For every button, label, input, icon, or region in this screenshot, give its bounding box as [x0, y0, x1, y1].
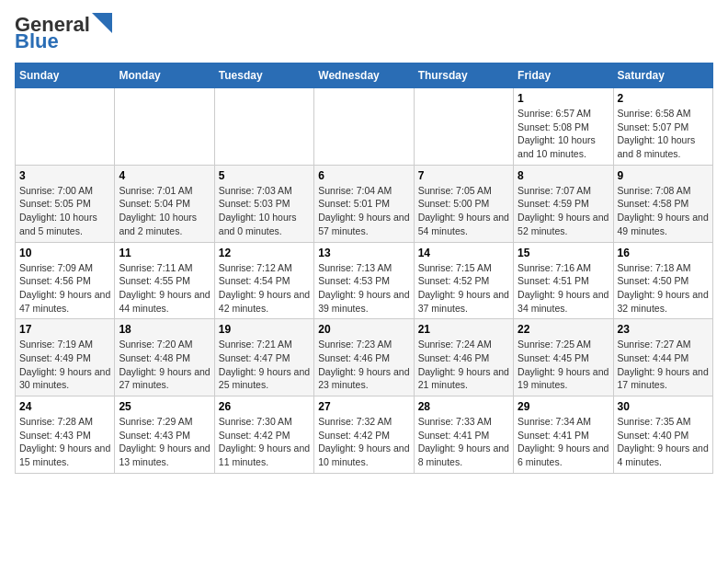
day-number: 29: [518, 400, 609, 413]
day-number: 5: [219, 169, 310, 182]
day-number: 4: [119, 169, 210, 182]
day-number: 11: [119, 247, 210, 259]
calendar-week-row: 1Sunrise: 6:57 AMSunset: 5:08 PMDaylight…: [16, 88, 713, 166]
logo: General Blue: [15, 15, 112, 52]
day-info: Sunrise: 7:35 AMSunset: 4:40 PMDaylight:…: [618, 415, 709, 469]
calendar-day-cell: 8Sunrise: 7:07 AMSunset: 4:59 PMDaylight…: [514, 165, 613, 242]
day-info: Sunrise: 7:23 AMSunset: 4:46 PMDaylight:…: [318, 338, 409, 392]
day-number: 14: [418, 247, 509, 259]
calendar-day-cell: [115, 88, 214, 166]
calendar-day-cell: [314, 88, 414, 166]
day-number: 12: [219, 247, 310, 259]
day-info: Sunrise: 7:28 AMSunset: 4:43 PMDaylight:…: [19, 415, 110, 469]
day-info: Sunrise: 7:07 AMSunset: 4:59 PMDaylight:…: [518, 184, 609, 238]
day-info: Sunrise: 7:09 AMSunset: 4:56 PMDaylight:…: [19, 261, 110, 316]
day-number: 16: [618, 247, 709, 259]
day-number: 26: [219, 400, 310, 413]
weekday-header: Tuesday: [214, 63, 313, 88]
calendar-day-cell: 6Sunrise: 7:04 AMSunset: 5:01 PMDaylight…: [314, 165, 414, 242]
calendar-week-row: 24Sunrise: 7:28 AMSunset: 4:43 PMDayligh…: [16, 396, 713, 474]
day-info: Sunrise: 7:12 AMSunset: 4:54 PMDaylight:…: [219, 261, 310, 316]
calendar-day-cell: 4Sunrise: 7:01 AMSunset: 5:04 PMDaylight…: [115, 165, 214, 242]
day-number: 25: [119, 400, 210, 413]
day-number: 7: [418, 169, 509, 182]
calendar-week-row: 3Sunrise: 7:00 AMSunset: 5:05 PMDaylight…: [16, 165, 713, 242]
day-info: Sunrise: 7:25 AMSunset: 4:45 PMDaylight:…: [518, 338, 609, 392]
day-number: 3: [19, 169, 110, 182]
calendar-day-cell: 30Sunrise: 7:35 AMSunset: 4:40 PMDayligh…: [613, 396, 712, 474]
weekday-header: Monday: [115, 63, 214, 88]
calendar-day-cell: 16Sunrise: 7:18 AMSunset: 4:50 PMDayligh…: [613, 242, 712, 319]
weekday-header: Saturday: [613, 63, 712, 88]
day-number: 18: [119, 323, 210, 336]
day-number: 21: [418, 323, 509, 336]
calendar-day-cell: 22Sunrise: 7:25 AMSunset: 4:45 PMDayligh…: [514, 319, 613, 396]
day-info: Sunrise: 7:08 AMSunset: 4:58 PMDaylight:…: [618, 184, 709, 238]
day-number: 24: [19, 400, 110, 413]
day-number: 19: [219, 323, 310, 336]
day-number: 2: [618, 92, 709, 105]
calendar-day-cell: 20Sunrise: 7:23 AMSunset: 4:46 PMDayligh…: [314, 319, 414, 396]
day-number: 6: [318, 169, 409, 182]
calendar-day-cell: [214, 88, 313, 166]
day-number: 20: [318, 323, 409, 336]
calendar-day-cell: [16, 88, 115, 166]
day-number: 30: [618, 400, 709, 413]
day-number: 17: [19, 323, 110, 336]
page-header: General Blue: [15, 15, 713, 52]
day-info: Sunrise: 7:21 AMSunset: 4:47 PMDaylight:…: [219, 338, 310, 392]
day-info: Sunrise: 7:34 AMSunset: 4:41 PMDaylight:…: [518, 415, 609, 469]
calendar-day-cell: 26Sunrise: 7:30 AMSunset: 4:42 PMDayligh…: [214, 396, 313, 474]
calendar-day-cell: 14Sunrise: 7:15 AMSunset: 4:52 PMDayligh…: [414, 242, 513, 319]
calendar-day-cell: [414, 88, 513, 166]
day-info: Sunrise: 7:27 AMSunset: 4:44 PMDaylight:…: [618, 338, 709, 392]
calendar-day-cell: 23Sunrise: 7:27 AMSunset: 4:44 PMDayligh…: [613, 319, 712, 396]
day-info: Sunrise: 7:15 AMSunset: 4:52 PMDaylight:…: [418, 261, 509, 316]
logo-arrow-icon: [92, 13, 112, 33]
calendar-day-cell: 1Sunrise: 6:57 AMSunset: 5:08 PMDaylight…: [514, 88, 613, 166]
day-info: Sunrise: 7:03 AMSunset: 5:03 PMDaylight:…: [219, 184, 310, 238]
day-number: 1: [518, 92, 609, 105]
day-info: Sunrise: 6:58 AMSunset: 5:07 PMDaylight:…: [618, 107, 709, 161]
day-info: Sunrise: 7:11 AMSunset: 4:55 PMDaylight:…: [119, 261, 210, 316]
calendar-day-cell: 21Sunrise: 7:24 AMSunset: 4:46 PMDayligh…: [414, 319, 513, 396]
day-number: 28: [418, 400, 509, 413]
day-info: Sunrise: 7:33 AMSunset: 4:41 PMDaylight:…: [418, 415, 509, 469]
day-number: 13: [318, 247, 409, 259]
day-number: 27: [318, 400, 409, 413]
day-info: Sunrise: 7:19 AMSunset: 4:49 PMDaylight:…: [19, 338, 110, 392]
calendar-day-cell: 17Sunrise: 7:19 AMSunset: 4:49 PMDayligh…: [16, 319, 115, 396]
day-number: 22: [518, 323, 609, 336]
day-info: Sunrise: 7:29 AMSunset: 4:43 PMDaylight:…: [119, 415, 210, 469]
day-info: Sunrise: 7:24 AMSunset: 4:46 PMDaylight:…: [418, 338, 509, 392]
weekday-header: Friday: [514, 63, 613, 88]
day-info: Sunrise: 7:30 AMSunset: 4:42 PMDaylight:…: [219, 415, 310, 469]
calendar-day-cell: 7Sunrise: 7:05 AMSunset: 5:00 PMDaylight…: [414, 165, 513, 242]
calendar-day-cell: 28Sunrise: 7:33 AMSunset: 4:41 PMDayligh…: [414, 396, 513, 474]
day-info: Sunrise: 7:01 AMSunset: 5:04 PMDaylight:…: [119, 184, 210, 238]
calendar-day-cell: 18Sunrise: 7:20 AMSunset: 4:48 PMDayligh…: [115, 319, 214, 396]
day-info: Sunrise: 7:04 AMSunset: 5:01 PMDaylight:…: [318, 184, 409, 238]
day-number: 10: [19, 247, 110, 259]
day-number: 23: [618, 323, 709, 336]
day-info: Sunrise: 7:32 AMSunset: 4:42 PMDaylight:…: [318, 415, 409, 469]
day-info: Sunrise: 7:00 AMSunset: 5:05 PMDaylight:…: [19, 184, 110, 238]
weekday-header: Sunday: [16, 63, 115, 88]
weekday-header: Thursday: [414, 63, 513, 88]
calendar-day-cell: 10Sunrise: 7:09 AMSunset: 4:56 PMDayligh…: [16, 242, 115, 319]
calendar-day-cell: 2Sunrise: 6:58 AMSunset: 5:07 PMDaylight…: [613, 88, 712, 166]
day-info: Sunrise: 7:18 AMSunset: 4:50 PMDaylight:…: [618, 261, 709, 316]
calendar-day-cell: 19Sunrise: 7:21 AMSunset: 4:47 PMDayligh…: [214, 319, 313, 396]
calendar-header-row: SundayMondayTuesdayWednesdayThursdayFrid…: [16, 63, 713, 88]
svg-marker-0: [92, 13, 112, 33]
calendar-day-cell: 12Sunrise: 7:12 AMSunset: 4:54 PMDayligh…: [214, 242, 313, 319]
calendar-week-row: 10Sunrise: 7:09 AMSunset: 4:56 PMDayligh…: [16, 242, 713, 319]
logo-part2: Blue: [15, 31, 59, 52]
day-info: Sunrise: 7:05 AMSunset: 5:00 PMDaylight:…: [418, 184, 509, 238]
day-number: 15: [518, 247, 609, 259]
calendar-day-cell: 27Sunrise: 7:32 AMSunset: 4:42 PMDayligh…: [314, 396, 414, 474]
calendar-day-cell: 15Sunrise: 7:16 AMSunset: 4:51 PMDayligh…: [514, 242, 613, 319]
weekday-header: Wednesday: [314, 63, 414, 88]
day-number: 8: [518, 169, 609, 182]
calendar-day-cell: 11Sunrise: 7:11 AMSunset: 4:55 PMDayligh…: [115, 242, 214, 319]
